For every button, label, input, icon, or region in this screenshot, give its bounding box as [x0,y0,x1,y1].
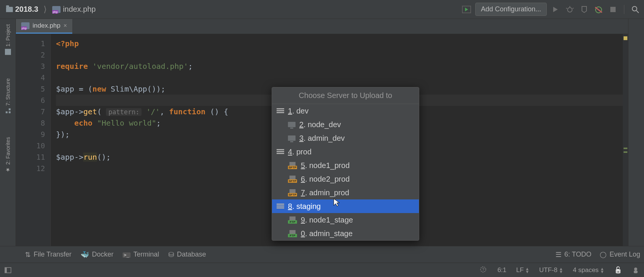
line-gutter: 123 456 789 101112 [16,34,51,246]
sftp-icon: SFTP [288,189,297,196]
server-item-dev[interactable]: 1. dev [272,104,419,118]
terminal-tool-button[interactable]: Terminal [123,251,159,258]
run-icon[interactable] [550,4,561,15]
code-token: $app [56,107,74,116]
editor-tab-index-php[interactable]: index.php × [16,19,72,34]
server-item-label: 6. node2_prod [301,175,350,184]
server-item-node1_prod[interactable]: SFTP5. node1_prod [272,159,419,172]
ftp-icon: FTP [288,230,297,237]
server-icon [277,204,284,209]
debug-icon[interactable] [564,4,576,15]
php-file-icon [21,22,30,29]
code-token: function [169,107,205,116]
svg-line-8 [636,11,639,13]
file-transfer-tool-button[interactable]: ⇅ File Transfer [25,251,72,259]
profiler-icon[interactable] [593,4,604,15]
readonly-lock-icon[interactable] [614,266,622,274]
star-icon: ★ [5,167,11,173]
server-item-prod[interactable]: 4. prod [272,145,419,159]
structure-tool-button[interactable]: 7: Structure [5,75,11,116]
favorites-tool-label: 2: Favorites [5,137,11,165]
status-bar: ? 6:1 LF▲▼ UTF-8▲▼ 4 spaces▲▼ [0,263,644,277]
encoding-selector[interactable]: UTF-8▲▼ [539,266,563,274]
breadcrumb-file[interactable]: index.php [49,3,99,15]
coverage-icon[interactable] [579,4,590,15]
add-configuration-button[interactable]: Add Configuration... [475,3,547,16]
breadcrumb-root-label: 2018.3 [15,5,38,14]
server-item-label: 9. node1_stage [301,216,353,224]
run-target-icon[interactable] [461,4,472,15]
code-token: new [92,84,106,93]
search-everywhere-icon[interactable] [630,4,641,15]
structure-tool-label: 7: Structure [5,78,11,106]
ftp-icon: FTP [288,216,297,224]
breadcrumb-root[interactable]: 2018.3 [3,3,41,15]
svg-rect-11 [9,109,11,110]
server-item-node2_prod[interactable]: SFTP6. node2_prod [272,172,419,186]
caret-position[interactable]: 6:1 [498,266,507,274]
svg-rect-6 [610,7,616,12]
warning-marker[interactable] [624,36,627,40]
server-item-node_dev[interactable]: 2. node_dev [272,118,419,131]
todo-tool-button[interactable]: 6: TODO [555,251,591,259]
bottom-tool-bar: ⇅ File Transfer 🐳 Docker Terminal Databa… [0,246,644,263]
folder-icon [5,49,11,55]
server-icon [277,149,284,154]
close-tab-icon[interactable]: × [64,22,67,29]
tool-windows-toggle-icon[interactable] [5,267,11,273]
marker[interactable] [624,151,627,153]
todo-icon [555,251,562,259]
line-separator-selector[interactable]: LF▲▼ [516,266,529,274]
code-token: }); [56,130,70,139]
terminal-label: Terminal [134,251,159,258]
structure-icon [5,108,11,114]
context-help-icon[interactable]: ? [480,266,488,274]
server-item-node1_stage[interactable]: FTP9. node1_stage [272,213,419,227]
code-token: '/' [146,107,160,116]
svg-rect-12 [289,162,296,166]
server-item-label: 1. dev [288,107,308,115]
event-log-tool-button[interactable]: Event Log [600,251,640,258]
server-item-admin_prod[interactable]: SFTP7. admin_prod [272,186,419,199]
code-token: -> [74,153,83,162]
database-tool-button[interactable]: Database [168,251,206,259]
code-token: "Hello world" [97,118,156,128]
server-item-admin_stage[interactable]: FTP0. admin_stage [272,227,419,240]
server-item-staging[interactable]: 8. staging [272,199,419,213]
stop-icon[interactable] [607,4,619,15]
server-item-label: 0. admin_stage [301,229,353,238]
code-token: (); [97,153,110,162]
popup-list: 1. dev2. node_dev3. admin_dev4. prodSFTP… [272,104,419,240]
host-icon [288,122,296,127]
server-icon [277,108,284,114]
parameter-hint: pattern: [106,108,142,116]
mouse-cursor-icon [333,198,341,207]
docker-tool-button[interactable]: 🐳 Docker [81,251,114,259]
svg-rect-10 [6,112,8,114]
choose-server-popup: Choose Server to Upload to 1. dev2. node… [272,87,419,241]
server-item-admin_dev[interactable]: 3. admin_dev [272,131,419,145]
code-token: Slim\App()); [106,84,165,93]
svg-rect-18 [5,268,7,273]
tab-label: index.php [33,22,61,30]
svg-line-3 [572,8,574,9]
folder-icon [6,7,13,12]
popup-title: Choose Server to Upload to [272,87,419,104]
database-icon [168,251,174,259]
code-token: require [56,62,88,71]
server-item-label: 2. node_dev [299,120,341,129]
project-tool-button[interactable]: 1: Project [5,21,11,58]
code-token: 'vendor/autoload.php' [92,62,188,71]
database-label: Database [177,251,206,258]
indent-selector[interactable]: 4 spaces▲▼ [573,266,604,274]
marker[interactable] [624,148,627,149]
error-stripe[interactable] [623,34,628,246]
terminal-icon [123,251,130,258]
svg-line-2 [566,8,567,9]
server-item-label: 4. prod [288,148,311,156]
favorites-tool-button[interactable]: ★ 2: Favorites [5,134,11,176]
todo-label: 6: TODO [565,251,591,258]
php-file-icon [52,6,61,13]
code-token: <?php [56,39,79,48]
hector-icon[interactable] [632,266,639,274]
